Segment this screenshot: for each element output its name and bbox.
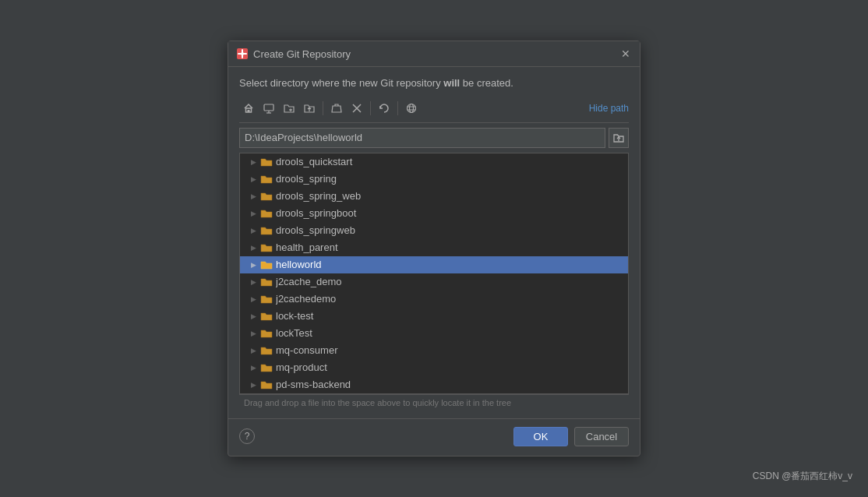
dialog-subtitle: Select directory where the new Git repos… (239, 76, 629, 90)
folder-icon (260, 259, 273, 271)
tree-item-label: drools_springweb (276, 224, 625, 236)
desktop-button[interactable] (259, 99, 278, 118)
tree-arrow-icon: ▶ (248, 328, 259, 339)
svg-point-1 (241, 52, 244, 55)
tree-item-label: drools_spring_web (276, 190, 625, 202)
home-button[interactable] (239, 99, 258, 118)
expand-button[interactable] (327, 99, 346, 118)
tree-arrow-icon: ▶ (248, 191, 259, 202)
folder-icon (260, 361, 273, 374)
tree-item-label: pd-sms-backend (276, 379, 625, 390)
svg-point-12 (410, 104, 414, 112)
tree-item-label: health_parent (276, 241, 625, 253)
tree-arrow-icon: ▶ (248, 379, 259, 390)
folder-icon (260, 276, 273, 288)
tree-item-label: drools_spring (276, 173, 625, 185)
delete-button[interactable] (348, 99, 366, 118)
tree-item-label: j2cachedemo (276, 293, 625, 305)
tree-item[interactable]: ▶ drools_spring_web (240, 188, 628, 205)
folder-icon (260, 224, 273, 237)
new-folder-button[interactable] (280, 99, 298, 118)
file-toolbar: Hide path (239, 99, 629, 123)
dialog-body: Select directory where the new Git repos… (228, 67, 640, 418)
network-button[interactable] (402, 99, 421, 118)
tree-arrow-icon: ▶ (248, 157, 259, 167)
tree-arrow-icon: ▶ (248, 277, 259, 287)
tree-arrow-icon: ▶ (248, 345, 259, 356)
svg-rect-3 (248, 110, 250, 112)
folder-icon (260, 241, 273, 254)
tree-arrow-icon: ▶ (248, 208, 259, 219)
dialog-title: Create Git Repository (253, 48, 615, 60)
folder-icon (260, 344, 273, 357)
toolbar-separator-2 (370, 101, 371, 115)
tree-item[interactable]: ▶ lock-test (240, 308, 628, 325)
tree-item[interactable]: ▶ j2cachedemo (240, 291, 628, 308)
footer-right: OK Cancel (513, 427, 629, 446)
svg-rect-4 (264, 104, 273, 111)
tree-item[interactable]: ▶ pd-sms-backend (240, 376, 628, 393)
tree-item-label: j2cache_demo (276, 276, 625, 287)
tree-item[interactable]: ▶ drools_springboot (240, 205, 628, 222)
tree-arrow-icon: ▶ (248, 311, 259, 322)
tree-item-label: mq-consumer (276, 344, 625, 356)
folder-icon (260, 190, 273, 203)
file-tree[interactable]: ▶ drools_quickstart▶ drools_spring▶ droo… (239, 153, 629, 394)
tree-item-label: lock-test (276, 310, 625, 322)
refresh-button[interactable] (375, 99, 393, 118)
tree-item[interactable]: ▶ drools_springweb (240, 222, 628, 239)
folder-icon (260, 379, 273, 391)
footer-left: ? (239, 428, 255, 444)
tree-arrow-icon: ▶ (248, 242, 259, 253)
watermark: CSDN @番茄西红柿v_v (753, 470, 852, 483)
tree-arrow-icon: ▶ (248, 362, 259, 373)
tree-item-label: drools_quickstart (276, 156, 625, 167)
cancel-button[interactable]: Cancel (574, 427, 629, 446)
create-git-repo-dialog: Create Git Repository ✕ Select directory… (228, 41, 640, 456)
close-button[interactable]: ✕ (619, 48, 632, 60)
help-button[interactable]: ? (239, 428, 255, 444)
folder-icon (260, 310, 273, 323)
tree-item[interactable]: ▶ mq-product (240, 359, 628, 376)
tree-item[interactable]: ▶ health_parent (240, 239, 628, 256)
folder-up-button[interactable] (300, 99, 319, 118)
path-input[interactable] (239, 128, 605, 148)
tree-item-label: drools_springboot (276, 207, 625, 219)
tree-item[interactable]: ▶ lockTest (240, 325, 628, 342)
dialog-titlebar: Create Git Repository ✕ (228, 41, 640, 67)
tree-arrow-icon: ▶ (248, 225, 259, 236)
folder-icon (260, 207, 273, 220)
svg-point-11 (408, 104, 416, 112)
tree-item-label: mq-product (276, 361, 625, 373)
folder-icon (260, 173, 273, 185)
tree-item[interactable]: ▶ pinda-authority (240, 393, 628, 394)
tree-item-label: lockTest (276, 327, 625, 339)
tree-item[interactable]: ▶ mq-consumer (240, 342, 628, 359)
dialog-footer: ? OK Cancel (228, 418, 640, 456)
tree-item[interactable]: ▶ drools_spring (240, 171, 628, 188)
folder-icon (260, 293, 273, 305)
drag-hint: Drag and drop a file into the space abov… (239, 394, 629, 411)
path-row (239, 128, 629, 148)
hide-path-link[interactable]: Hide path (589, 103, 629, 114)
folder-icon (260, 327, 273, 340)
ok-button[interactable]: OK (513, 427, 568, 446)
toolbar-separator-1 (323, 101, 323, 115)
dialog-icon (236, 48, 249, 60)
toolbar-separator-3 (397, 101, 398, 115)
tree-arrow-icon: ▶ (248, 174, 259, 185)
tree-arrow-icon: ▶ (248, 259, 259, 270)
folder-icon (260, 156, 273, 168)
tree-item[interactable]: ▶ j2cache_demo (240, 273, 628, 291)
tree-arrow-icon: ▶ (248, 294, 259, 305)
tree-item-label: helloworld (276, 259, 625, 270)
tree-item[interactable]: ▶ helloworld (240, 256, 628, 273)
path-browse-button[interactable] (609, 128, 629, 148)
tree-item[interactable]: ▶ drools_quickstart (240, 153, 628, 171)
